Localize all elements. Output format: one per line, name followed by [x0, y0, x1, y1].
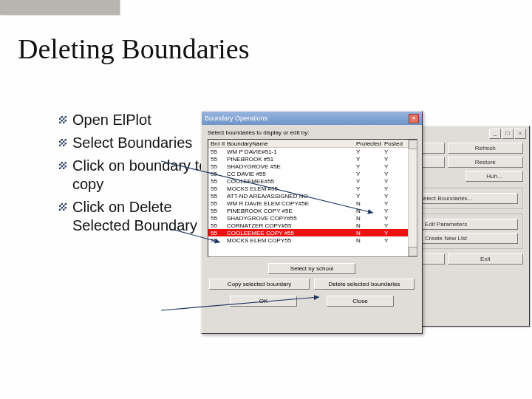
- table-row[interactable]: 55SHADYGROVE #5EYY: [208, 163, 409, 170]
- bullet-item: Click on boundary to copy: [59, 157, 214, 194]
- close-icon[interactable]: ×: [409, 114, 419, 123]
- dialog-titlebar[interactable]: Boundary Operations ×: [202, 112, 422, 125]
- table-row[interactable]: 55PINEBROOK COPY #5ENY: [208, 207, 409, 214]
- boundary-listbox[interactable]: Brd ID BoundaryName Protected Posted 55W…: [208, 139, 417, 257]
- table-row[interactable]: 55MOCKS ELEM #55YY: [208, 185, 409, 192]
- close-icon[interactable]: ×: [514, 129, 526, 139]
- table-row[interactable]: 55WM P DAVIE#51-1YY: [208, 148, 409, 156]
- copy-selected-boundary-button[interactable]: Copy selected boundary: [209, 279, 310, 290]
- bullet-text: Open ElPlot: [72, 111, 151, 129]
- col-posted[interactable]: Posted: [382, 140, 409, 148]
- table-row[interactable]: 55CC DAVIE #55YY: [208, 170, 409, 177]
- help-button[interactable]: Huh...: [466, 171, 523, 182]
- table-row[interactable]: 55ATT-ND AREA/ASSIGNED NOYY: [208, 192, 409, 200]
- slide-title: Deleting Boundaries: [18, 33, 249, 65]
- bullet-item: Click on Delete Selected Boundary: [59, 198, 214, 235]
- boundary-operations-dialog: Boundary Operations × Select boundaries …: [201, 111, 423, 334]
- col-protected[interactable]: Protected: [354, 140, 382, 148]
- bullet-list: Open ElPlot Select Boundaries Click on b…: [59, 111, 214, 239]
- bullet-text: Click on boundary to copy: [72, 157, 214, 194]
- table-row[interactable]: 55COOLEEMEE COPY #55NY: [208, 229, 409, 236]
- restore-button[interactable]: Restore: [448, 157, 524, 168]
- table-row[interactable]: 55PINEBROOK #51YY: [208, 155, 409, 163]
- minimize-icon[interactable]: _: [489, 129, 501, 139]
- bullet-text: Click on Delete Selected Boundary: [72, 198, 214, 235]
- dialog-title: Boundary Operations: [205, 115, 267, 122]
- dialog-prompt: Select boundaries to display or edit by:: [208, 129, 416, 136]
- close-button[interactable]: Close: [327, 296, 394, 307]
- bullet-item: Select Boundaries: [59, 134, 214, 152]
- select-by-school-button[interactable]: Select by school: [268, 263, 355, 274]
- window-controls: _ □ ×: [489, 129, 526, 139]
- slide-top-accent: [0, 0, 120, 15]
- table-row[interactable]: 55CORNATZER COPY#55NY: [208, 222, 409, 229]
- table-row[interactable]: 55SHADYGROVE COPY#55NY: [208, 214, 409, 222]
- delete-selected-boundaries-button[interactable]: Delete selected boundaries: [314, 279, 415, 290]
- col-id[interactable]: Brd ID: [208, 140, 225, 148]
- ok-button[interactable]: OK: [230, 296, 297, 307]
- bullet-text: Select Boundaries: [72, 134, 192, 152]
- vertical-scrollbar[interactable]: [408, 140, 417, 256]
- table-row[interactable]: 55WM R DAVIE ELEM COPY#5ENY: [208, 200, 409, 207]
- bullet-icon: [59, 162, 66, 169]
- bullet-icon: [59, 203, 66, 211]
- col-name[interactable]: BoundaryName: [225, 140, 354, 148]
- exit-button[interactable]: Exit: [448, 253, 524, 265]
- bullet-item: Open ElPlot: [59, 111, 214, 129]
- table-row[interactable]: 55MOCKS ELEM COPY55NY: [208, 236, 409, 244]
- refresh-button[interactable]: Refresh: [448, 143, 524, 154]
- list-header: Brd ID BoundaryName Protected Posted: [208, 140, 409, 148]
- bullet-icon: [59, 139, 66, 146]
- table-row[interactable]: 55COOLEEMEE#55YY: [208, 177, 409, 185]
- maximize-icon[interactable]: □: [502, 129, 514, 139]
- bullet-icon: [59, 116, 66, 123]
